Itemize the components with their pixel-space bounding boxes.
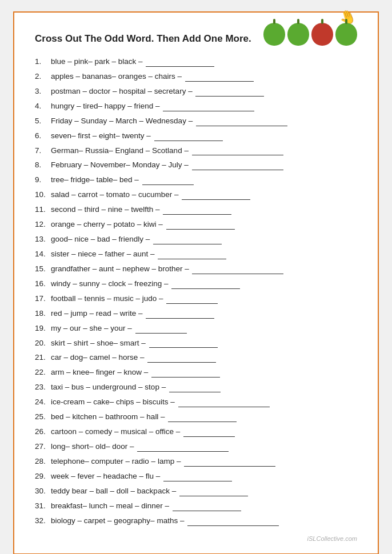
answer-blank[interactable]: [196, 126, 287, 126]
answer-blank[interactable]: [195, 96, 264, 97]
answer-blank[interactable]: [163, 111, 254, 111]
answer-blank[interactable]: [158, 259, 226, 259]
list-item: 2.apples – bananas– oranges – chairs –: [35, 71, 357, 83]
list-item: 19.my – our – she – your –: [35, 323, 357, 335]
item-text: windy – sunny – clock – freezing –: [51, 278, 357, 290]
item-number: 12.: [35, 219, 51, 231]
list-item: 7.German– Russia– England – Scotland –: [35, 145, 357, 157]
item-text: orange – cherry – potato – kiwi –: [51, 219, 357, 231]
answer-blank[interactable]: [169, 392, 221, 392]
answer-blank[interactable]: [168, 421, 237, 422]
list-item: 21.car – dog– camel – horse –: [35, 352, 357, 364]
answer-blank[interactable]: [154, 140, 223, 141]
list-item: 10.salad – carrot – tomato – cucumber –: [35, 189, 357, 201]
item-text: second – third – nine – twelfth –: [51, 204, 357, 216]
list-item: 18.red – jump – read – write –: [35, 308, 357, 320]
answer-blank[interactable]: [163, 481, 232, 481]
item-number: 31.: [35, 500, 51, 512]
answer-blank[interactable]: [163, 214, 231, 215]
list-item: 8.February – November– Monday – July –: [35, 159, 357, 171]
answer-blank[interactable]: [166, 229, 235, 230]
item-text: German– Russia– England – Scotland –: [51, 145, 357, 157]
item-text: hungry – tired– happy – friend –: [51, 101, 357, 113]
answer-blank[interactable]: [187, 525, 279, 526]
apple-red: [311, 23, 333, 46]
item-text: long– short– old– door –: [51, 441, 357, 453]
answer-blank[interactable]: [166, 303, 218, 304]
item-text: postman – doctor – hospital – secretary …: [51, 86, 357, 98]
answer-blank[interactable]: [146, 66, 214, 67]
item-number: 19.: [35, 323, 51, 335]
answer-blank[interactable]: [182, 199, 250, 200]
answer-blank[interactable]: [146, 318, 214, 319]
answer-blank[interactable]: [173, 511, 241, 511]
list-item: 25.bed – kitchen – bathroom – hall –: [35, 411, 357, 423]
item-text: teddy bear – ball – doll – backpack –: [51, 485, 357, 497]
item-text: my – our – she – your –: [51, 323, 357, 335]
item-number: 3.: [35, 86, 51, 98]
item-text: blue – pink– park – black –: [51, 56, 357, 68]
item-number: 25.: [35, 411, 51, 423]
answer-blank[interactable]: [151, 377, 220, 378]
item-number: 21.: [35, 352, 51, 364]
item-number: 29.: [35, 471, 51, 483]
list-item: 16.windy – sunny – clock – freezing –: [35, 278, 357, 290]
item-text: sister – niece – father – aunt –: [51, 248, 357, 260]
answer-blank[interactable]: [192, 155, 283, 155]
answer-blank[interactable]: [184, 466, 275, 467]
footer: iSLCollective.com: [35, 535, 357, 542]
item-number: 24.: [35, 396, 51, 408]
list-item: 1.blue – pink– park – black –: [35, 56, 357, 68]
apple-1: [263, 23, 285, 46]
item-number: 18.: [35, 308, 51, 320]
apple-3: [335, 23, 357, 46]
answer-blank[interactable]: [192, 274, 283, 274]
list-item: 26.cartoon – comedy – musical – office –: [35, 426, 357, 438]
list-item: 31.breakfast– lunch – meal – dinner –: [35, 500, 357, 512]
answer-blank[interactable]: [147, 362, 216, 363]
list-item: 30.teddy bear – ball – doll – backpack –: [35, 485, 357, 497]
item-text: cartoon – comedy – musical – office –: [51, 426, 357, 438]
item-number: 20.: [35, 338, 51, 350]
apple-2: [287, 23, 309, 46]
item-number: 17.: [35, 293, 51, 305]
answer-blank[interactable]: [178, 407, 270, 407]
item-number: 5.: [35, 115, 51, 127]
answer-blank[interactable]: [185, 81, 254, 82]
item-text: good– nice – bad – friendly –: [51, 234, 357, 246]
list-item: 23.taxi – bus – underground – stop –: [35, 382, 357, 394]
item-text: Friday – Sunday – March – Wednesday –: [51, 115, 357, 127]
list-item: 5.Friday – Sunday – March – Wednesday –: [35, 115, 357, 127]
item-number: 7.: [35, 145, 51, 157]
item-number: 4.: [35, 101, 51, 113]
answer-blank[interactable]: [192, 170, 283, 170]
item-text: telephone– computer – radio – lamp –: [51, 456, 357, 468]
answer-blank[interactable]: [149, 347, 218, 348]
list-item: 27.long– short– old– door –: [35, 441, 357, 453]
item-text: grandfather – aunt – nephew – brother –: [51, 263, 357, 275]
answer-blank[interactable]: [142, 184, 194, 185]
answer-blank[interactable]: [135, 333, 187, 334]
title: Cross Out The Odd Word. Then Add One Mor…: [35, 29, 251, 46]
answer-blank[interactable]: [179, 496, 248, 496]
worksheet: Cross Out The Odd Word. Then Add One Mor…: [13, 11, 379, 554]
answer-blank[interactable]: [137, 451, 229, 452]
item-text: apples – bananas– oranges – chairs –: [51, 71, 357, 83]
exercise-list: 1.blue – pink– park – black – 2.apples –…: [35, 56, 357, 527]
item-text: breakfast– lunch – meal – dinner –: [51, 500, 357, 512]
item-number: 15.: [35, 263, 51, 275]
list-item: 24.ice-cream – cake– chips – biscuits –: [35, 396, 357, 408]
list-item: 13.good– nice – bad – friendly –: [35, 234, 357, 246]
answer-blank[interactable]: [171, 288, 240, 289]
item-text: skirt – shirt – shoe– smart –: [51, 338, 357, 350]
item-number: 27.: [35, 441, 51, 453]
item-number: 28.: [35, 456, 51, 468]
item-text: arm – knee– finger – know –: [51, 367, 357, 379]
item-number: 8.: [35, 159, 51, 171]
list-item: 3.postman – doctor – hospital – secretar…: [35, 86, 357, 98]
list-item: 9.tree– fridge– table– bed –: [35, 174, 357, 186]
item-number: 10.: [35, 189, 51, 201]
answer-blank[interactable]: [153, 244, 222, 244]
item-number: 2.: [35, 71, 51, 83]
answer-blank[interactable]: [183, 436, 235, 437]
